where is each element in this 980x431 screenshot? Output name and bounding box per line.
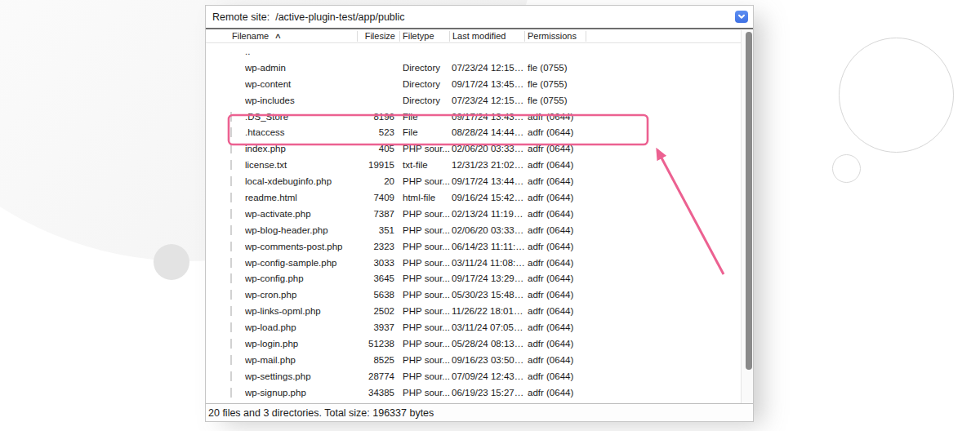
- column-header-last-modified[interactable]: Last modified: [450, 31, 525, 42]
- table-row[interactable]: ..: [206, 43, 753, 60]
- decorative-circle-outline-large: [839, 38, 954, 153]
- table-row[interactable]: wp-blog-header.php 351 PHP sour... 02/06…: [206, 222, 753, 238]
- column-header-filename[interactable]: Filename ∧: [230, 31, 358, 42]
- row-icon-cell: [230, 176, 245, 186]
- file-size: 8525: [358, 355, 400, 365]
- file-permissions: adfr (0644): [525, 371, 586, 381]
- last-modified: 06/14/23 11:11:16: [450, 242, 525, 251]
- file-type: txt-file: [400, 160, 450, 170]
- file-size: 351: [358, 225, 400, 235]
- table-row[interactable]: wp-config-sample.php 3033 PHP sour... 03…: [206, 255, 753, 271]
- file-type: PHP sour...: [400, 322, 450, 332]
- column-header-filetype[interactable]: Filetype: [400, 31, 450, 42]
- table-row[interactable]: wp-links-opml.php 2502 PHP sour... 11/26…: [206, 303, 753, 319]
- file-icon: [230, 112, 232, 122]
- file-icon: [230, 322, 232, 332]
- file-type: Directory: [400, 96, 450, 105]
- table-row[interactable]: wp-signup.php 34385 PHP sour... 06/19/23…: [206, 384, 753, 401]
- file-permissions: fle (0755): [525, 79, 586, 89]
- file-name: index.php: [245, 144, 358, 153]
- last-modified: 03/11/24 11:08:10: [450, 258, 525, 268]
- table-row[interactable]: wp-activate.php 7387 PHP sour... 02/13/2…: [206, 206, 753, 222]
- file-name: wp-blog-header.php: [245, 225, 358, 235]
- last-modified: 09/17/24 13:29:03: [450, 273, 525, 283]
- remote-site-toolbar: Remote site: /active-plugin-test/app/pub…: [206, 6, 753, 29]
- table-row[interactable]: readme.html 7409 html-file 09/16/24 15:4…: [206, 189, 753, 206]
- file-permissions: fle (0755): [525, 63, 586, 73]
- file-type: PHP sour...: [400, 355, 450, 365]
- remote-file-panel: Remote site: /active-plugin-test/app/pub…: [205, 5, 754, 422]
- file-icon: [230, 306, 232, 316]
- table-row[interactable]: local-xdebuginfo.php 20 PHP sour... 09/1…: [206, 173, 753, 189]
- scrollbar-thumb[interactable]: [746, 32, 752, 370]
- remote-site-path-input[interactable]: /active-plugin-test/app/public: [275, 11, 753, 23]
- last-modified: 05/30/23 15:48:19: [450, 290, 525, 300]
- row-icon-cell: [230, 193, 245, 202]
- row-icon-cell: [230, 290, 245, 300]
- table-row[interactable]: wp-settings.php 28774 PHP sour... 07/09/…: [206, 368, 753, 384]
- table-row[interactable]: wp-config.php 3645 PHP sour... 09/17/24 …: [206, 270, 753, 287]
- table-row[interactable]: wp-load.php 3937 PHP sour... 03/11/24 07…: [206, 319, 753, 335]
- file-list[interactable]: .. wp-admin Directory 07/23/24 12:15:19 …: [206, 43, 753, 405]
- file-name: wp-config.php: [245, 273, 358, 283]
- file-permissions: adfr (0644): [525, 160, 586, 170]
- table-row[interactable]: wp-mail.php 8525 PHP sour... 09/16/23 03…: [206, 352, 753, 368]
- last-modified: 07/09/24 12:43:14: [450, 371, 525, 381]
- file-icon: [230, 176, 232, 186]
- file-name: readme.html: [245, 193, 358, 202]
- file-name: wp-content: [245, 79, 358, 89]
- file-icon: [230, 127, 232, 137]
- file-name: wp-signup.php: [245, 388, 358, 398]
- table-row[interactable]: wp-login.php 51238 PHP sour... 05/28/24 …: [206, 335, 753, 352]
- row-icon-cell: [230, 160, 245, 170]
- file-type: File: [400, 127, 450, 137]
- table-row[interactable]: wp-cron.php 5638 PHP sour... 05/30/23 15…: [206, 287, 753, 303]
- column-header-spacer: [586, 31, 753, 42]
- last-modified: 08/28/24 14:44:27: [450, 127, 525, 137]
- file-type: PHP sour...: [400, 339, 450, 349]
- file-permissions: adfr (0644): [525, 176, 586, 186]
- last-modified: 09/17/24 13:44:40: [450, 176, 525, 186]
- file-permissions: adfr (0644): [525, 225, 586, 235]
- file-type: PHP sour...: [400, 144, 450, 153]
- last-modified: 09/17/24 13:45:34: [450, 79, 525, 89]
- file-size: 7387: [358, 209, 400, 219]
- table-row[interactable]: wp-content Directory 09/17/24 13:45:34 f…: [206, 76, 753, 92]
- file-type: Directory: [400, 79, 450, 89]
- decorative-circle-small-filled: [154, 244, 189, 280]
- scrollbar-track[interactable]: [741, 30, 753, 405]
- column-header-permissions[interactable]: Permissions: [525, 31, 586, 42]
- column-header-filesize[interactable]: Filesize: [358, 31, 400, 42]
- row-icon-cell: [230, 258, 245, 268]
- file-type: PHP sour...: [400, 176, 450, 186]
- table-row[interactable]: wp-includes Directory 07/23/24 12:15:21 …: [206, 92, 753, 109]
- file-type: html-file: [400, 193, 450, 202]
- table-row[interactable]: .DS_Store 8196 File 09/17/24 13:43:53 ad…: [206, 109, 753, 125]
- table-row[interactable]: wp-comments-post.php 2323 PHP sour... 06…: [206, 238, 753, 255]
- table-row[interactable]: license.txt 19915 txt-file 12/31/23 21:0…: [206, 157, 753, 173]
- file-permissions: adfr (0644): [525, 355, 586, 365]
- row-icon-cell: [230, 322, 245, 332]
- file-icon: [230, 290, 232, 300]
- file-icon: [230, 371, 232, 381]
- file-name: wp-admin: [245, 63, 358, 73]
- file-type: PHP sour...: [400, 242, 450, 251]
- remote-site-label: Remote site:: [206, 11, 270, 23]
- table-row[interactable]: wp-admin Directory 07/23/24 12:15:19 fle…: [206, 60, 753, 76]
- remote-site-dropdown-button[interactable]: [735, 11, 748, 23]
- row-icon-cell: [230, 273, 245, 283]
- column-header-row: Filename ∧ Filesize Filetype Last modifi…: [206, 29, 753, 43]
- last-modified: 09/16/24 15:42:10: [450, 193, 525, 202]
- table-row[interactable]: .htaccess 523 File 08/28/24 14:44:27 adf…: [206, 124, 753, 140]
- file-permissions: adfr (0644): [525, 112, 586, 122]
- file-icon: [230, 209, 232, 219]
- page-background: Remote site: /active-plugin-test/app/pub…: [0, 0, 980, 431]
- file-name: wp-comments-post.php: [245, 242, 358, 251]
- file-permissions: adfr (0644): [525, 242, 586, 251]
- file-permissions: fle (0755): [525, 96, 586, 105]
- file-icon: [230, 273, 232, 283]
- last-modified: 09/17/24 13:43:53: [450, 112, 525, 122]
- table-row[interactable]: index.php 405 PHP sour... 02/06/20 03:33…: [206, 140, 753, 157]
- file-name: wp-includes: [245, 96, 358, 105]
- last-modified: 03/11/24 07:05:15: [450, 322, 525, 332]
